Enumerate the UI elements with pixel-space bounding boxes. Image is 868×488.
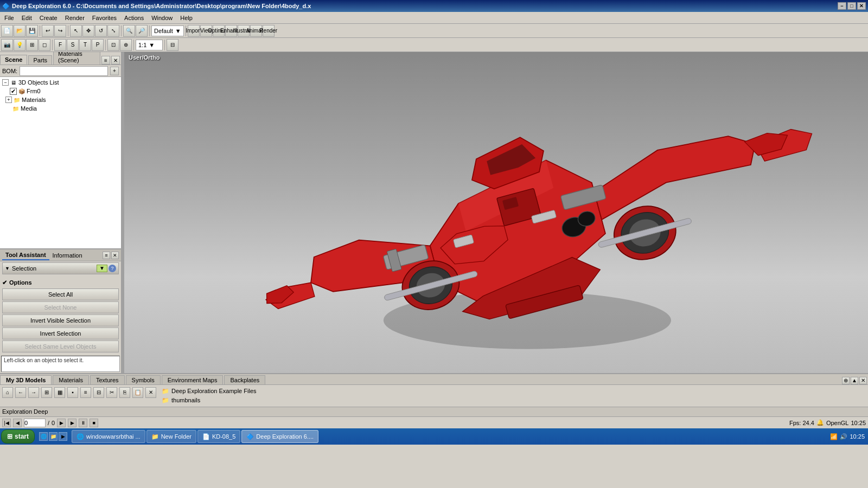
- quicklaunch-ie[interactable]: 🌐: [39, 432, 48, 441]
- select-all-button[interactable]: Select All: [2, 288, 119, 300]
- bom-input[interactable]: [20, 66, 108, 76]
- panel-options-button[interactable]: ≡: [101, 56, 110, 65]
- folder-example-files[interactable]: 📁 Deep Exploration Example Files: [161, 387, 258, 395]
- open-button[interactable]: 📂: [14, 25, 25, 37]
- bottom-grid-small[interactable]: ▪: [67, 387, 78, 398]
- tab-my-3d-models[interactable]: My 3D Models: [0, 375, 52, 384]
- invert-selection-button[interactable]: Invert Selection: [2, 328, 119, 339]
- expand-root[interactable]: −: [2, 79, 9, 86]
- bottom-panel-expand[interactable]: ⊕: [842, 377, 850, 384]
- expand-materials[interactable]: +: [5, 97, 12, 103]
- redo-button[interactable]: ↪: [54, 25, 66, 37]
- tab-tool-assistant[interactable]: Tool Assistant: [2, 251, 49, 260]
- zoom-out-button[interactable]: 🔎: [136, 25, 148, 37]
- frame-input[interactable]: [24, 419, 46, 427]
- tab-environment-maps[interactable]: Environment Maps: [162, 375, 224, 384]
- fit-button[interactable]: ⊡: [107, 39, 119, 51]
- info-panel-options[interactable]: ≡: [103, 252, 110, 259]
- tab-textures[interactable]: Textures: [90, 375, 125, 384]
- top-view-button[interactable]: T: [79, 39, 91, 51]
- snap-button[interactable]: ⊟: [167, 39, 178, 51]
- invert-visible-button[interactable]: Invert Visible Selection: [2, 314, 119, 326]
- render-mode-dropdown[interactable]: Default ▼: [151, 25, 184, 36]
- start-button[interactable]: ⊞ start: [1, 429, 35, 444]
- scale-button[interactable]: ⤡: [107, 25, 119, 37]
- options-header[interactable]: ✔ Options: [2, 278, 119, 287]
- menu-favorites[interactable]: Favorites: [89, 14, 120, 22]
- frm0-checkbox[interactable]: ✔: [10, 88, 17, 95]
- menu-edit[interactable]: Edit: [18, 14, 35, 22]
- stop-button[interactable]: ■: [90, 419, 98, 427]
- info-panel-close[interactable]: ✕: [111, 252, 119, 259]
- zoom-all-button[interactable]: ⊕: [120, 39, 132, 51]
- camera-button[interactable]: 📷: [1, 39, 13, 51]
- select-same-level-button[interactable]: Select Same Level Objects: [2, 341, 119, 352]
- rotate-button[interactable]: ↺: [95, 25, 107, 37]
- selection-help-icon[interactable]: ?: [108, 265, 116, 272]
- folder-thumbnails[interactable]: 📁 thumbnails: [161, 396, 258, 404]
- maximize-button[interactable]: □: [847, 2, 856, 10]
- menu-actions[interactable]: Actions: [121, 14, 147, 22]
- bottom-grid-medium[interactable]: ▦: [54, 387, 65, 398]
- render-button[interactable]: Render: [263, 25, 275, 37]
- tree-item-root[interactable]: − 🖥 3D Objects List: [1, 78, 120, 87]
- bottom-home-button[interactable]: ⌂: [2, 387, 13, 398]
- minimize-button[interactable]: −: [838, 2, 846, 10]
- move-button[interactable]: ✥: [82, 25, 94, 37]
- selection-expand-btn[interactable]: ▼: [97, 265, 107, 272]
- tab-materials[interactable]: Materials: [53, 375, 89, 384]
- pause-button[interactable]: ⏸: [79, 419, 87, 427]
- tab-information[interactable]: Information: [49, 251, 86, 260]
- menu-window[interactable]: Window: [148, 14, 176, 22]
- play-button[interactable]: ▶: [68, 419, 76, 427]
- tab-symbols[interactable]: Symbols: [126, 375, 161, 384]
- new-button[interactable]: 📄: [1, 25, 13, 37]
- bottom-forward-button[interactable]: →: [28, 387, 39, 398]
- bottom-list-view[interactable]: ≡: [80, 387, 91, 398]
- front-view-button[interactable]: F: [54, 39, 66, 51]
- bottom-grid-large[interactable]: ⊞: [41, 387, 52, 398]
- bottom-delete[interactable]: ✕: [145, 387, 156, 398]
- import-button[interactable]: Import: [188, 25, 200, 37]
- menu-create[interactable]: Create: [36, 14, 61, 22]
- quicklaunch-media[interactable]: ▶: [59, 432, 67, 441]
- taskbar-deepexploration[interactable]: 🔷 Deep Exploration 6....: [241, 430, 318, 443]
- wireframe-button[interactable]: ◻: [39, 39, 50, 51]
- tree-item-materials[interactable]: + 📁 Materials: [1, 95, 120, 104]
- tab-parts[interactable]: Parts: [28, 55, 52, 65]
- frame-next-button[interactable]: ▶: [57, 419, 66, 427]
- tab-scene[interactable]: Scene: [0, 55, 27, 65]
- menu-file[interactable]: File: [1, 14, 17, 22]
- save-button[interactable]: 💾: [26, 25, 38, 37]
- frame-first-button[interactable]: |◀: [2, 419, 11, 427]
- select-button[interactable]: ↖: [70, 25, 82, 37]
- zoom-in-button[interactable]: 🔍: [123, 25, 135, 37]
- bottom-back-button[interactable]: ←: [15, 387, 26, 398]
- bottom-copy[interactable]: ⎘: [119, 387, 130, 398]
- quicklaunch-folder[interactable]: 📁: [49, 432, 58, 441]
- taskbar-newfolder[interactable]: 📁 New Folder: [146, 430, 196, 443]
- titlebar-controls[interactable]: − □ ✕: [838, 2, 866, 10]
- bottom-detail-view[interactable]: ⊟: [93, 387, 104, 398]
- tab-materials-scene[interactable]: Materials (Scene): [53, 52, 100, 65]
- bottom-panel-close[interactable]: ✕: [859, 377, 867, 384]
- menu-help[interactable]: Help: [177, 14, 196, 22]
- bottom-paste[interactable]: 📋: [132, 387, 143, 398]
- frame-prev-button[interactable]: ◀: [13, 419, 22, 427]
- panel-close-button[interactable]: ✕: [111, 56, 120, 65]
- select-none-button[interactable]: Select None: [2, 301, 119, 313]
- menu-render[interactable]: Render: [62, 14, 88, 22]
- viewport[interactable]: User/Ortho: [124, 52, 868, 373]
- bottom-cut[interactable]: ✂: [106, 387, 117, 398]
- tree-item-frm0[interactable]: ✔ 📦 Frm0: [1, 87, 120, 95]
- undo-button[interactable]: ↩: [42, 25, 54, 37]
- grid-button[interactable]: ⊞: [26, 39, 38, 51]
- light-button[interactable]: 💡: [14, 39, 25, 51]
- perspective-button[interactable]: P: [92, 39, 104, 51]
- taskbar-kd08[interactable]: 📄 KD-08_5: [197, 430, 240, 443]
- tree-item-media[interactable]: 📁 Media: [1, 104, 120, 113]
- side-view-button[interactable]: S: [67, 39, 79, 51]
- bom-add-button[interactable]: +: [110, 67, 119, 75]
- bottom-panel-up[interactable]: ▲: [851, 377, 858, 384]
- taskbar-windowwars[interactable]: 🌐 windowwarsrbthai ...: [72, 430, 145, 443]
